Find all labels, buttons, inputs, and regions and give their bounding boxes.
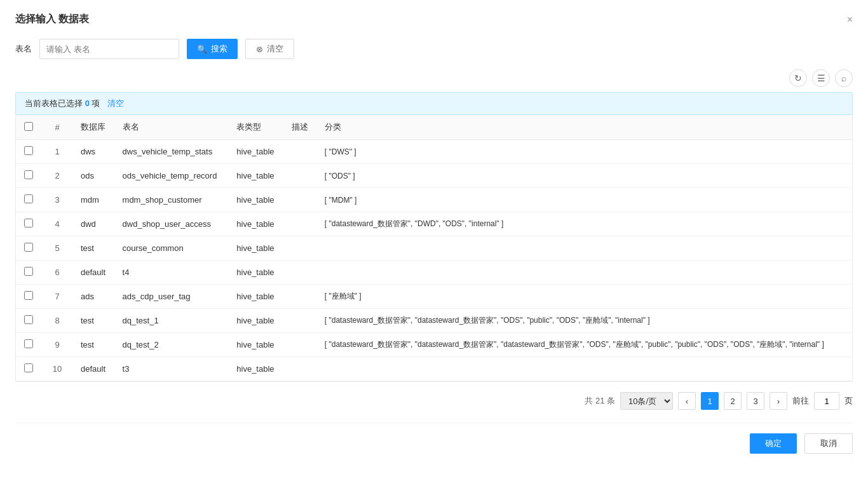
search-button[interactable]: 🔍 搜索 <box>187 39 238 59</box>
row-checkbox[interactable] <box>24 291 33 300</box>
row-checkbox[interactable] <box>24 194 33 203</box>
row-checkbox[interactable] <box>24 363 33 372</box>
row-tabletype: hive_table <box>229 285 284 309</box>
header-num: # <box>41 115 73 140</box>
filter-button[interactable]: ☰ <box>812 69 830 87</box>
row-tabletype: hive_table <box>229 188 284 212</box>
page-unit: 页 <box>844 395 853 407</box>
goto-input[interactable] <box>814 392 839 410</box>
next-page-button[interactable]: › <box>770 392 787 410</box>
row-category: [ "ODS" ] <box>317 164 852 188</box>
pagination: 共 21 条 10条/页 20条/页 50条/页 ‹ 1 2 3 › 前往 页 <box>15 392 853 410</box>
row-category: [ "datasteward_数据管家", "datasteward_数据管家"… <box>317 309 852 333</box>
row-checkbox[interactable] <box>24 339 33 348</box>
table-header-row: # 数据库 表名 表类型 描述 分类 <box>16 115 852 140</box>
row-db: test <box>73 309 115 333</box>
row-category: [ "MDM" ] <box>317 188 852 212</box>
search-input[interactable] <box>39 39 179 59</box>
column-search-button[interactable]: ⌕ <box>835 69 853 87</box>
row-checkbox-cell <box>16 188 41 212</box>
row-tablename: dq_test_2 <box>115 333 229 357</box>
row-checkbox[interactable] <box>24 146 33 155</box>
table-container: # 数据库 表名 表类型 描述 分类 1 dws dws_vehicle_tem… <box>15 115 853 382</box>
row-db: ods <box>73 164 115 188</box>
header-tablename: 表名 <box>115 115 229 140</box>
row-checkbox[interactable] <box>24 170 33 179</box>
clear-icon: ⊗ <box>256 44 263 54</box>
row-tablename: t3 <box>115 357 229 381</box>
row-db: test <box>73 333 115 357</box>
ok-button[interactable]: 确定 <box>750 433 797 454</box>
row-num: 5 <box>41 236 73 261</box>
row-tablename: dwd_shop_user_access <box>115 212 229 236</box>
table-row: 5 test course_common hive_table <box>16 236 852 261</box>
row-num: 8 <box>41 309 73 333</box>
row-category: [ "datasteward_数据管家", "datasteward_数据管家"… <box>317 333 852 357</box>
cancel-button[interactable]: 取消 <box>804 433 853 454</box>
row-desc <box>284 140 317 164</box>
column-search-icon: ⌕ <box>841 73 846 83</box>
row-db: default <box>73 357 115 381</box>
header-db: 数据库 <box>73 115 115 140</box>
row-checkbox-cell <box>16 236 41 261</box>
table-body: 1 dws dws_vehicle_temp_stats hive_table … <box>16 140 852 381</box>
row-checkbox-cell <box>16 285 41 309</box>
row-category <box>317 357 852 381</box>
row-tablename: dws_vehicle_temp_stats <box>115 140 229 164</box>
row-num: 3 <box>41 188 73 212</box>
table-row: 4 dwd dwd_shop_user_access hive_table [ … <box>16 212 852 236</box>
page-2-button[interactable]: 2 <box>724 392 742 410</box>
filter-icon: ☰ <box>817 73 825 83</box>
page-1-button[interactable]: 1 <box>701 392 719 410</box>
prev-page-button[interactable]: ‹ <box>678 392 696 410</box>
row-tablename: course_common <box>115 236 229 261</box>
table-row: 7 ads ads_cdp_user_tag hive_table [ "座舱域… <box>16 285 852 309</box>
refresh-icon: ↻ <box>794 73 802 83</box>
row-tablename: ads_cdp_user_tag <box>115 285 229 309</box>
row-db: default <box>73 261 115 285</box>
row-desc <box>284 188 317 212</box>
table-row: 1 dws dws_vehicle_temp_stats hive_table … <box>16 140 852 164</box>
refresh-button[interactable]: ↻ <box>789 69 807 87</box>
dialog-header: 选择输入 数据表 × <box>15 13 853 26</box>
row-category: [ "datasteward_数据管家", "DWD", "ODS", "int… <box>317 212 852 236</box>
dialog: 选择输入 数据表 × 表名 🔍 搜索 ⊗ 清空 ↻ ☰ ⌕ 当前表格已选择 0 … <box>0 0 868 488</box>
row-checkbox-cell <box>16 333 41 357</box>
selection-unit: 项 <box>92 98 100 108</box>
selection-count: 0 <box>85 98 90 108</box>
clear-button[interactable]: ⊗ 清空 <box>245 39 294 59</box>
row-tabletype: hive_table <box>229 212 284 236</box>
page-3-button[interactable]: 3 <box>747 392 764 410</box>
close-button[interactable]: × <box>847 15 853 25</box>
row-tablename: mdm_shop_customer <box>115 188 229 212</box>
header-category: 分类 <box>317 115 852 140</box>
select-all-checkbox[interactable] <box>24 122 33 131</box>
row-tablename: dq_test_1 <box>115 309 229 333</box>
pagination-total: 共 21 条 <box>585 395 615 407</box>
selection-clear-link[interactable]: 清空 <box>107 98 124 108</box>
table-row: 9 test dq_test_2 hive_table [ "datastewa… <box>16 333 852 357</box>
row-checkbox-cell <box>16 212 41 236</box>
row-db: ads <box>73 285 115 309</box>
row-tabletype: hive_table <box>229 333 284 357</box>
page-size-select[interactable]: 10条/页 20条/页 50条/页 <box>620 392 673 410</box>
row-category: [ "座舱域" ] <box>317 285 852 309</box>
row-tabletype: hive_table <box>229 164 284 188</box>
row-tabletype: hive_table <box>229 357 284 381</box>
row-tablename: t4 <box>115 261 229 285</box>
row-checkbox[interactable] <box>24 219 33 227</box>
row-tabletype: hive_table <box>229 236 284 261</box>
row-checkbox[interactable] <box>24 267 33 276</box>
row-num: 10 <box>41 357 73 381</box>
row-tabletype: hive_table <box>229 261 284 285</box>
row-desc <box>284 357 317 381</box>
row-desc <box>284 309 317 333</box>
row-desc <box>284 212 317 236</box>
toolbar-right: ↻ ☰ ⌕ <box>15 69 853 87</box>
data-table: # 数据库 表名 表类型 描述 分类 1 dws dws_vehicle_tem… <box>16 115 852 381</box>
row-num: 6 <box>41 261 73 285</box>
selection-prefix: 当前表格已选择 <box>25 98 83 108</box>
row-desc <box>284 333 317 357</box>
row-checkbox[interactable] <box>24 315 33 324</box>
row-checkbox[interactable] <box>24 243 33 252</box>
